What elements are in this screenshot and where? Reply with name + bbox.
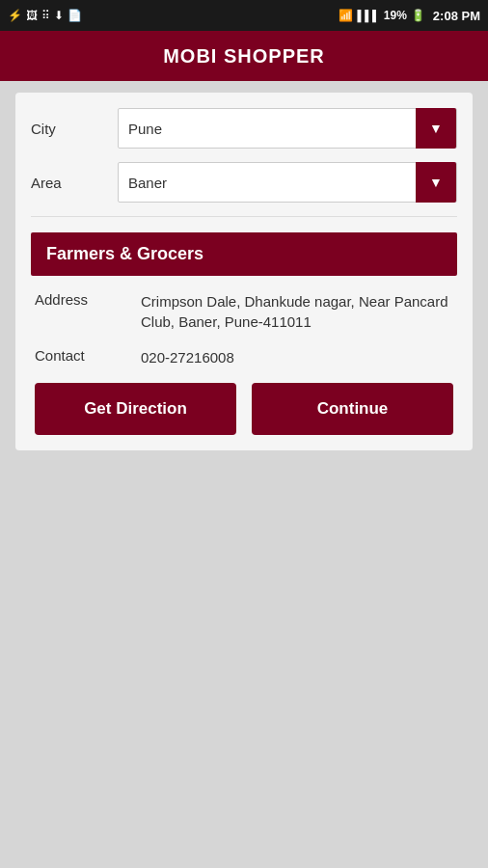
app-title: MOBI SHOPPER xyxy=(163,45,325,68)
buttons-row: Get Direction Continue xyxy=(31,383,457,435)
get-direction-button[interactable]: Get Direction xyxy=(35,383,236,435)
store-header: Farmers & Grocers xyxy=(31,232,457,276)
continue-button[interactable]: Continue xyxy=(252,383,453,435)
city-row: City Pune xyxy=(31,108,457,149)
status-bar: ⚡ 🖼 ⠿ ⬇ 📄 📶 ▌▌▌ 19% 🔋 2:08 PM xyxy=(0,0,488,31)
battery-icon: 🔋 xyxy=(411,9,425,22)
status-bar-left: ⚡ 🖼 ⠿ ⬇ 📄 xyxy=(8,9,82,22)
battery-percent: 19% xyxy=(384,9,407,22)
main-content: City Pune Area Baner Farmers & Grocers A… xyxy=(0,81,488,462)
wifi-icon: 📶 xyxy=(339,9,353,22)
contact-label: Contact xyxy=(35,347,141,364)
area-dropdown[interactable]: Baner xyxy=(118,162,457,203)
city-label: City xyxy=(31,121,118,137)
area-label: Area xyxy=(31,175,118,191)
signal-icon: ▌▌▌ xyxy=(357,10,379,21)
photo-icon: 🖼 xyxy=(26,9,38,22)
city-dropdown-arrow[interactable] xyxy=(416,108,456,149)
city-dropdown[interactable]: Pune xyxy=(118,108,457,149)
contact-row: Contact 020-27216008 xyxy=(31,347,457,367)
download-icon: ⬇ xyxy=(54,9,64,22)
area-value: Baner xyxy=(119,175,416,191)
contact-value: 020-27216008 xyxy=(141,347,453,367)
app-header: MOBI SHOPPER xyxy=(0,31,488,81)
status-bar-right: 📶 ▌▌▌ 19% 🔋 2:08 PM xyxy=(339,9,480,23)
main-card: City Pune Area Baner Farmers & Grocers A… xyxy=(15,93,473,450)
apps-icon: ⠿ xyxy=(41,9,50,22)
file-icon: 📄 xyxy=(68,9,82,22)
store-name: Farmers & Grocers xyxy=(46,244,203,263)
address-value: Crimpson Dale, Dhankude nagar, Near Panc… xyxy=(141,291,453,332)
usb-icon: ⚡ xyxy=(8,9,22,22)
time-display: 2:08 PM xyxy=(433,9,480,23)
city-value: Pune xyxy=(119,121,416,137)
section-divider xyxy=(31,216,457,217)
address-row: Address Crimpson Dale, Dhankude nagar, N… xyxy=(31,291,457,332)
address-label: Address xyxy=(35,291,141,308)
area-row: Area Baner xyxy=(31,162,457,203)
area-dropdown-arrow[interactable] xyxy=(416,162,456,203)
